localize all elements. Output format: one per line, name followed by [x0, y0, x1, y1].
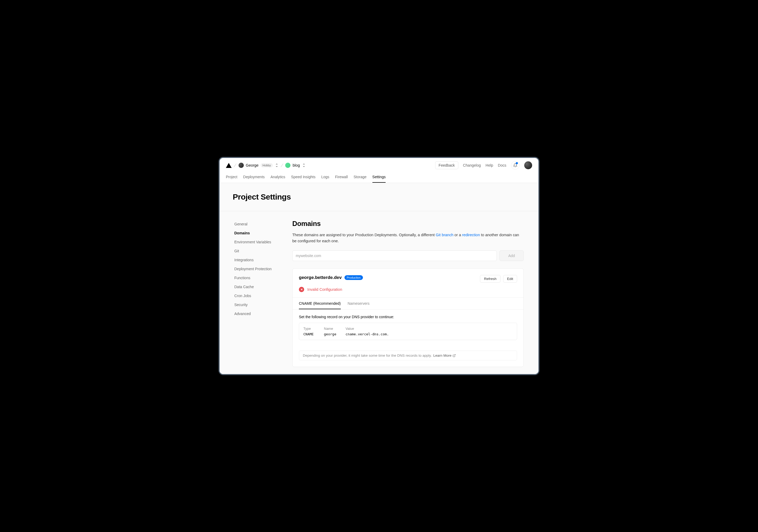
navtab-deployments[interactable]: Deployments: [243, 173, 265, 183]
navtab-project[interactable]: Project: [226, 173, 237, 183]
navtab-logs[interactable]: Logs: [321, 173, 329, 183]
production-badge: Production: [344, 275, 363, 280]
dns-record-section: Set the following record on your DNS pro…: [293, 309, 523, 345]
sidebar-item-domains[interactable]: Domains: [234, 229, 288, 237]
notifications-button[interactable]: [511, 161, 520, 169]
page-title-strip: Project Settings: [220, 183, 538, 211]
nav-tabs: ProjectDeploymentsAnalyticsSpeed Insight…: [220, 173, 538, 183]
sidebar-item-deployment-protection[interactable]: Deployment Protection: [234, 265, 288, 273]
domain-name-row: george.betterde.dev Production: [299, 275, 363, 280]
project-switcher-icon[interactable]: [302, 163, 306, 167]
sidebar-item-integrations[interactable]: Integrations: [234, 256, 288, 265]
col-name-header: Name: [324, 327, 340, 331]
add-domain-row: Add: [292, 250, 524, 261]
domain-card: george.betterde.dev Production Refresh E…: [292, 268, 524, 367]
dns-record-table: Type CNAME Name george Value cname.verce…: [299, 323, 517, 340]
breadcrumb-separator: /: [233, 162, 237, 168]
navtab-analytics[interactable]: Analytics: [270, 173, 285, 183]
project-icon: [285, 163, 291, 168]
col-type-header: Type: [303, 327, 318, 331]
navtab-firewall[interactable]: Firewall: [335, 173, 348, 183]
external-link-icon: [453, 354, 456, 357]
navtab-storage[interactable]: Storage: [354, 173, 366, 183]
sidebar-item-general[interactable]: General: [234, 220, 288, 229]
sidebar-item-functions[interactable]: Functions: [234, 273, 288, 282]
refresh-button[interactable]: Refresh: [480, 275, 500, 283]
domain-input[interactable]: [292, 250, 497, 261]
domain-name: george.betterde.dev: [299, 275, 342, 280]
col-name-value: george: [324, 332, 340, 336]
record-intro: Set the following record on your DNS pro…: [299, 315, 517, 319]
vercel-logo-icon[interactable]: [226, 163, 232, 168]
breadcrumbs: / George Hobby / blog: [226, 162, 306, 168]
sidebar-item-security[interactable]: Security: [234, 300, 288, 309]
sidebar-item-cron-jobs[interactable]: Cron Jobs: [234, 291, 288, 300]
notification-dot-icon: [516, 162, 518, 164]
help-link[interactable]: Help: [486, 163, 493, 167]
main-area: GeneralDomainsEnvironment VariablesGitIn…: [220, 211, 538, 374]
sidebar-item-environment-variables[interactable]: Environment Variables: [234, 237, 288, 246]
topbar-right: Feedback Changelog Help Docs: [435, 161, 532, 169]
domain-card-header: george.betterde.dev Production Refresh E…: [293, 268, 523, 283]
sidebar-item-advanced[interactable]: Advanced: [234, 309, 288, 318]
domain-card-actions: Refresh Edit: [480, 275, 517, 283]
account-avatar[interactable]: [524, 161, 532, 169]
project-name: blog: [293, 163, 300, 167]
breadcrumb-separator: /: [280, 162, 284, 168]
user-name: George: [246, 163, 258, 167]
app-window: / George Hobby / blog Feedback Changelog…: [220, 158, 538, 374]
dns-note-text: Depending on your provider, it might tak…: [303, 354, 432, 358]
edit-button[interactable]: Edit: [503, 275, 517, 283]
section-description: These domains are assigned to your Produ…: [292, 232, 524, 244]
col-value-header: Value: [346, 327, 389, 331]
git-branch-link[interactable]: Git branch: [436, 233, 453, 237]
navtab-settings[interactable]: Settings: [372, 173, 386, 183]
error-icon: ✕: [299, 287, 304, 292]
dns-note: Depending on your provider, it might tak…: [299, 351, 517, 360]
error-text: Invalid Configuration: [307, 287, 342, 292]
subtab-cname-recommended-[interactable]: CNAME (Recommended): [299, 298, 341, 309]
learn-more-link[interactable]: Learn More: [433, 354, 456, 358]
team-switcher-icon[interactable]: [275, 163, 279, 167]
user-avatar-icon: [238, 163, 244, 168]
svg-line-0: [454, 354, 456, 356]
col-value-value: cname.vercel-dns.com.: [346, 332, 389, 336]
redirection-link[interactable]: redirection: [462, 233, 480, 237]
col-type-value: CNAME: [303, 332, 318, 336]
docs-link[interactable]: Docs: [498, 163, 506, 167]
add-button[interactable]: Add: [500, 250, 524, 261]
subtab-nameservers[interactable]: Nameservers: [348, 298, 369, 309]
content-area: Domains These domains are assigned to yo…: [288, 211, 538, 374]
breadcrumb-user[interactable]: George Hobby: [238, 163, 279, 168]
navtab-speed-insights[interactable]: Speed Insights: [291, 173, 316, 183]
changelog-link[interactable]: Changelog: [463, 163, 481, 167]
breadcrumb-project[interactable]: blog: [285, 163, 305, 168]
dns-subtabs: CNAME (Recommended)Nameservers: [293, 297, 523, 309]
topbar: / George Hobby / blog Feedback Changelog…: [220, 158, 538, 173]
config-error-row: ✕ Invalid Configuration: [293, 283, 523, 297]
section-heading: Domains: [292, 220, 524, 228]
feedback-button[interactable]: Feedback: [435, 161, 458, 169]
sidebar-item-data-cache[interactable]: Data Cache: [234, 282, 288, 291]
plan-badge: Hobby: [261, 163, 273, 167]
page-title: Project Settings: [233, 193, 525, 201]
settings-sidebar: GeneralDomainsEnvironment VariablesGitIn…: [220, 211, 288, 374]
sidebar-item-git[interactable]: Git: [234, 246, 288, 256]
